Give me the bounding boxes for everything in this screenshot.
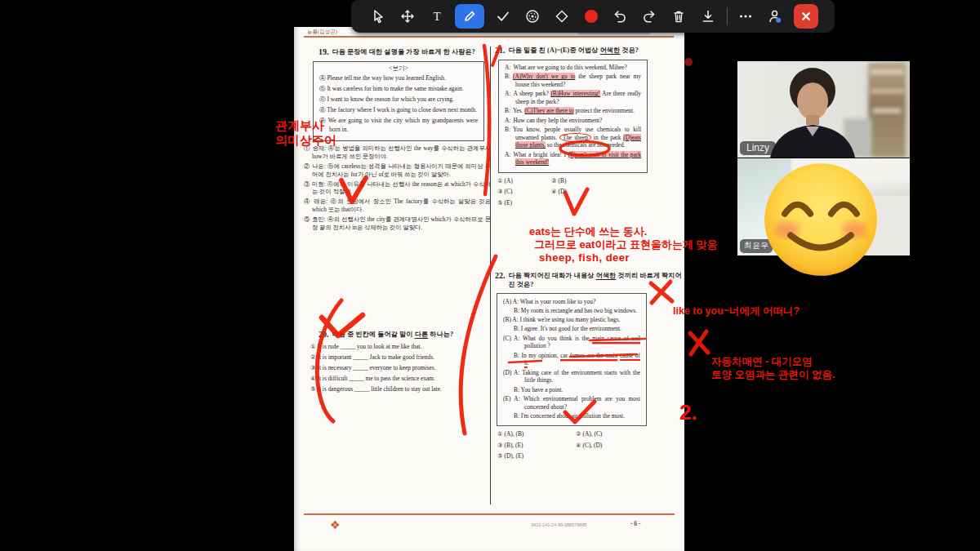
- question-22: 22. 다음 짝지어진 대화가 내용상 어색한 것끼리 바르게 짝지어진 것은?…: [495, 272, 682, 460]
- dialog-line: A:What a bright idea! I (E)can't wait to…: [505, 151, 641, 167]
- pair-a-line: (A) A: What is your room like to you?: [503, 298, 640, 306]
- page-number: - 6 -: [630, 520, 641, 527]
- note-relative-adverb: 관계부사 의미상주어: [275, 118, 336, 148]
- answer-option: ④ 래은: ⓓ의 문장에서 장소인 The factory를 수식하는 알맞은 …: [304, 198, 491, 214]
- red-circle-annotation: The sheep: [559, 133, 591, 142]
- choice-b: ⓑ It was careless for him to make the sa…: [319, 85, 478, 94]
- answer-option: ③ 미현: ⓒ에서 이유를 나타내는 선행사 the reason은 at wh…: [304, 180, 491, 197]
- shared-document: 능률(김성곤) 19. 다음 문장에 대한 설명을 가장 바르게 한 사람은? …: [294, 27, 684, 551]
- answer-option: ② 나은: ⓑ에 careless는 성격을 나타내는 형용사이기 때문에 의미…: [304, 162, 491, 179]
- question-title: 다음 문장에 대한 설명을 가장 바르게 한 사람은?: [332, 48, 475, 57]
- move-icon: [402, 11, 413, 22]
- move-tool-button[interactable]: [397, 6, 418, 27]
- shapes-tool-button[interactable]: [551, 6, 572, 27]
- spotlight-icon: [524, 8, 541, 24]
- toolbar-divider: [727, 7, 728, 25]
- ink-x-q22-c: [690, 331, 708, 354]
- dialog-pairs-box: (A) A: What is your room like to you? B:…: [497, 293, 647, 426]
- q21-options: ① (A) ② (B) ③ (C) ④ (D) ⑤ (E): [497, 177, 682, 207]
- answer-option: ⑤ 효민: ⓔ의 선행사인 the city를 관계대명사인 which가 수식…: [304, 216, 491, 232]
- cursor-icon: [375, 11, 382, 22]
- pair-b-line: (B) A: I think we're using too many plas…: [503, 316, 640, 324]
- question-title: 다음 밑줄 친 (A)~(E)중 어법상 어색한 것은?: [509, 47, 639, 56]
- question-title: 다음 짝지어진 대화가 내용상 어색한 것끼리 바르게 짝지어진 것은?: [509, 272, 683, 289]
- redo-icon: [641, 8, 657, 24]
- pair-a-line: B: My room is rectangle and has two big …: [503, 307, 640, 315]
- check-icon: [498, 13, 508, 20]
- participant-name: Linzy: [740, 141, 776, 155]
- text-tool-button[interactable]: T: [426, 6, 448, 27]
- example-box-label: <보기>: [319, 64, 478, 73]
- document-footer-rule: [304, 513, 675, 515]
- participant-icon: [767, 8, 783, 24]
- dialog-line: A:What are we going to do this weekend, …: [505, 64, 641, 72]
- choice-d: ⓓ The factory where I work is going to c…: [319, 106, 478, 115]
- spotlight-tool-button[interactable]: [522, 6, 543, 27]
- note-car-fumes: 자동차매연 - 대기오염 토양 오염과는 관련이 없음.: [711, 356, 835, 381]
- dialog-line: B:You know, people usually use chemicals…: [505, 126, 641, 149]
- note-eats-explanation: eats는 단수에 쓰는 동사. 그러므로 eat이라고 표현을하는게 맞음 s…: [529, 225, 718, 264]
- undo-icon: [612, 8, 628, 24]
- more-options-button[interactable]: [735, 6, 756, 27]
- answer-option: ④ It is difficult _____ me to pass the s…: [310, 375, 491, 383]
- example-box: <보기> ⓐ Please tell me the way how you le…: [313, 61, 484, 142]
- answer-option: ⑤ It is dangerous _____ little children …: [310, 385, 491, 393]
- dialog-line: B:(A)Why don't we go to the sheep park n…: [505, 73, 641, 88]
- pair-c-line: (C) A: What do you think is the main cau…: [503, 335, 640, 350]
- note-answer-number: 2.: [679, 400, 697, 425]
- question-number: 21.: [495, 47, 506, 55]
- save-annotations-button[interactable]: [697, 6, 719, 27]
- participant-annotation-button[interactable]: [764, 6, 786, 27]
- pair-d-line: (D) A: Taking care of the environment st…: [503, 369, 640, 384]
- answer-option: ① It is rude _____ you to look at me lik…: [310, 343, 491, 351]
- close-annotation-button[interactable]: [794, 4, 818, 29]
- publisher-logo: ❖: [330, 518, 341, 532]
- close-icon: [803, 13, 808, 19]
- dialog-line: B:Yes. (C)They are there to protect the …: [505, 107, 641, 115]
- answer-option: ② It is important _____ Jack to make goo…: [310, 353, 491, 362]
- diamond-icon: [556, 11, 567, 21]
- pair-d-line: B: You have a point.: [503, 386, 640, 394]
- document-code: 3410-141-24-99-088579885: [531, 522, 587, 527]
- delete-annotations-button[interactable]: [668, 6, 689, 27]
- check-stamp-button[interactable]: [492, 6, 514, 27]
- choice-c: ⓒ I want to know the reason for which yo…: [319, 96, 478, 104]
- text-icon: T: [433, 10, 440, 23]
- download-icon: [703, 11, 712, 22]
- pair-e-line: (E) A: Which environmental problem are y…: [503, 395, 640, 411]
- pair-e-line: B: I'm concerned about air pollution the…: [503, 412, 640, 420]
- ellipsis-icon: [737, 8, 754, 24]
- document-header-label: 능률(김성곤): [307, 29, 337, 36]
- redo-button[interactable]: [639, 6, 660, 27]
- question-20: 20. 다음 중 빈칸에 들어갈 말이 다른 하나는? ① It is rude…: [304, 331, 491, 396]
- choice-e: ⓔ We are going to visit the city which m…: [319, 117, 478, 134]
- annotation-toolbar: T: [351, 0, 835, 33]
- trash-icon: [675, 12, 683, 22]
- pair-b-line: B: I agree. It's not good for the enviro…: [503, 325, 640, 333]
- question-number: 19.: [318, 48, 329, 56]
- question-number: 22.: [495, 272, 506, 280]
- answer-option: ③ It is necessary _____ everyone to keep…: [310, 364, 491, 372]
- question-title: 다음 중 빈칸에 들어갈 말이 다른 하나는?: [332, 331, 454, 340]
- question-number: 20.: [318, 331, 329, 339]
- pencil-icon: [466, 12, 474, 21]
- dialog-box: A:What are we going to do this weekend, …: [498, 60, 648, 173]
- draw-tool-button[interactable]: [455, 4, 484, 29]
- dialog-line: A:How can they help the environment?: [505, 117, 641, 125]
- dialog-line: A:A sheep park? (B)How interesting! Are …: [505, 90, 641, 105]
- video-tile-linzy[interactable]: Linzy: [737, 61, 910, 158]
- document-header-rule: [304, 36, 674, 38]
- ink-red-dot: [684, 58, 693, 66]
- undo-button[interactable]: [609, 6, 630, 27]
- pair-c-line: B: In my opinion, car fumes are the main…: [503, 352, 640, 367]
- question-21: 21. 다음 밑줄 친 (A)~(E)중 어법상 어색한 것은? A:What …: [495, 47, 682, 207]
- choice-a: ⓐ Please tell me the way how you learned…: [319, 74, 478, 83]
- red-color-swatch-icon: [585, 10, 598, 23]
- color-swatch-button[interactable]: [581, 6, 602, 27]
- q22-options: ① (A), (B) ② (A), (C) ③ (B), (E) ④ (C), …: [497, 430, 682, 460]
- select-tool-button[interactable]: [368, 6, 389, 27]
- note-like-to-you: like to you~너에게 어떠니?: [673, 304, 800, 318]
- screen-share-view: 능률(김성곤) 19. 다음 문장에 대한 설명을 가장 바르게 한 사람은? …: [0, 0, 980, 551]
- smiling-emoji: [763, 162, 879, 278]
